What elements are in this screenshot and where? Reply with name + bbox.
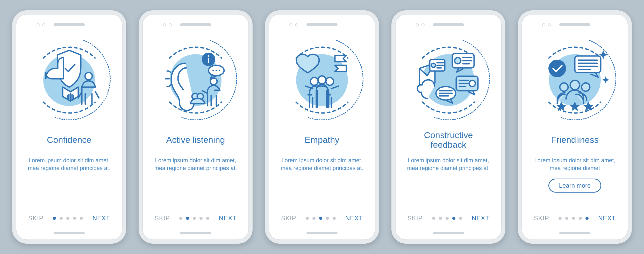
home-indicator	[180, 232, 211, 234]
skip-button[interactable]: SKIP	[281, 215, 296, 222]
page-dot[interactable]	[565, 217, 568, 220]
skip-button[interactable]: SKIP	[155, 215, 170, 222]
page-dot[interactable]	[306, 217, 309, 220]
camera-dots	[163, 23, 172, 26]
illustration-shield-thumb	[28, 37, 111, 120]
nav-row: SKIP NEXT	[28, 215, 110, 222]
page-dot[interactable]	[66, 217, 69, 220]
screen-title: Active listening	[166, 130, 225, 150]
page-dots	[559, 217, 589, 220]
next-button[interactable]: NEXT	[92, 215, 110, 222]
page-dot[interactable]	[439, 217, 442, 220]
page-dot[interactable]	[186, 217, 189, 220]
svg-point-46	[582, 83, 590, 91]
camera-dots	[542, 23, 551, 26]
screen-title: Constructive feedback	[406, 130, 490, 150]
page-dot[interactable]	[319, 217, 322, 220]
phone-mockup: Empathy Lorem ipsum dolor sit dim amet, …	[265, 10, 379, 244]
page-dot[interactable]	[199, 217, 203, 220]
svg-point-16	[326, 77, 334, 85]
page-dot[interactable]	[193, 217, 196, 220]
nav-row: SKIP NEXT	[534, 215, 616, 222]
home-indicator	[433, 232, 464, 234]
skip-button[interactable]: SKIP	[28, 215, 44, 222]
nav-row: SKIP NEXT	[407, 215, 489, 222]
screen-title: Friendliness	[551, 130, 598, 150]
speaker-slot	[180, 23, 211, 26]
next-button[interactable]: NEXT	[219, 215, 237, 222]
phone-sensor-row	[27, 23, 111, 26]
page-dot[interactable]	[585, 217, 589, 220]
learn-more-button[interactable]: Learn more	[548, 179, 602, 193]
screen-description: Lorem ipsum dolor sit dim amet, mea regi…	[154, 157, 238, 172]
phone-mockup: Active listening Lorem ipsum dolor sit d…	[139, 10, 253, 244]
svg-point-1	[85, 73, 92, 80]
speaker-slot	[433, 23, 464, 26]
camera-dots	[416, 23, 425, 26]
svg-point-44	[560, 83, 568, 91]
page-dot[interactable]	[579, 217, 582, 220]
page-dot[interactable]	[333, 217, 336, 220]
illustration-check-stars	[533, 37, 616, 120]
screen-description: Lorem ipsum dolor sit dim amet, mea regi…	[533, 157, 617, 172]
page-dot[interactable]	[312, 217, 316, 220]
svg-point-19	[455, 58, 461, 64]
illustration-heart-people	[281, 37, 363, 120]
page-dot[interactable]	[73, 217, 76, 220]
page-dot[interactable]	[459, 217, 462, 220]
page-dot[interactable]	[452, 217, 455, 220]
phone-sensor-row	[406, 23, 490, 26]
svg-point-24	[469, 80, 475, 87]
page-dots	[179, 217, 209, 220]
svg-rect-5	[208, 58, 209, 63]
svg-point-8	[212, 70, 214, 71]
illustration-ear-info	[154, 37, 237, 120]
page-dot[interactable]	[572, 217, 575, 220]
camera-dots	[289, 23, 298, 26]
svg-point-29	[431, 63, 435, 67]
svg-point-6	[210, 78, 217, 85]
page-dot[interactable]	[80, 217, 83, 220]
phone-sensor-row	[154, 23, 238, 26]
page-dot[interactable]	[432, 217, 435, 220]
svg-point-10	[219, 70, 220, 71]
svg-point-4	[208, 55, 209, 57]
page-dot[interactable]	[559, 217, 562, 220]
home-indicator	[559, 232, 590, 234]
svg-point-14	[310, 77, 318, 85]
page-dot[interactable]	[446, 217, 449, 220]
phone-sensor-row	[533, 23, 617, 26]
phone-mockup: Confidence Lorem ipsum dolor sit dim ame…	[12, 10, 126, 244]
page-dots	[306, 217, 336, 220]
page-dot[interactable]	[53, 217, 56, 220]
home-indicator	[54, 232, 85, 234]
phone-mockup: Constructive feedback Lorem ipsum dolor …	[391, 10, 505, 244]
next-button[interactable]: NEXT	[345, 215, 363, 222]
page-dot[interactable]	[326, 217, 329, 220]
next-button[interactable]: NEXT	[598, 215, 616, 222]
speaker-slot	[306, 23, 338, 26]
page-dot[interactable]	[179, 217, 182, 220]
screen-title: Confidence	[47, 130, 91, 150]
nav-row: SKIP NEXT	[155, 215, 237, 222]
nav-row: SKIP NEXT	[281, 215, 363, 222]
svg-point-9	[216, 70, 217, 71]
screen-description: Lorem ipsum dolor sit dim amet, mea regi…	[406, 157, 490, 172]
phone-mockup: Friendliness Lorem ipsum dolor sit dim a…	[518, 10, 632, 244]
page-dots	[432, 217, 462, 220]
camera-dots	[37, 23, 45, 26]
phone-sensor-row	[280, 23, 364, 26]
page-dots	[53, 217, 83, 220]
next-button[interactable]: NEXT	[472, 215, 489, 222]
svg-point-38	[548, 60, 566, 77]
svg-point-15	[318, 76, 326, 84]
screen-description: Lorem ipsum dolor sit dim amet, mea regi…	[280, 157, 364, 172]
home-indicator	[306, 232, 338, 234]
speaker-slot	[54, 23, 85, 26]
skip-button[interactable]: SKIP	[534, 215, 549, 222]
skip-button[interactable]: SKIP	[407, 215, 423, 222]
page-dot[interactable]	[60, 217, 63, 220]
screen-title: Empathy	[305, 130, 339, 150]
page-dot[interactable]	[206, 217, 209, 220]
screen-description: Lorem ipsum dolor sit dim amet, mea regi…	[27, 157, 111, 172]
